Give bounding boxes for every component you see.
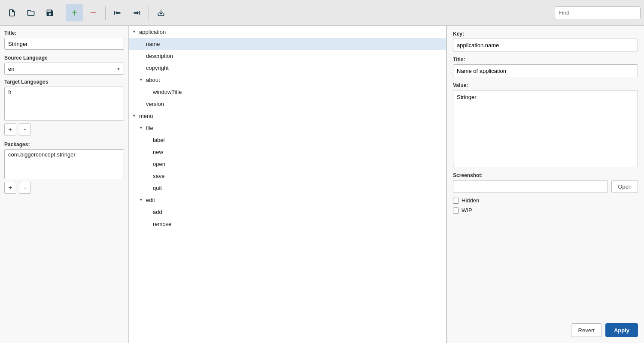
sep-1 bbox=[62, 6, 62, 20]
tree-item-name[interactable]: name bbox=[129, 38, 446, 50]
remove-pkg-button[interactable]: - bbox=[19, 182, 31, 194]
detail-panel: Key: Title: Value: Stringer Screenshot: … bbox=[447, 26, 644, 343]
target-lang-item-fr: fr bbox=[8, 89, 120, 95]
value-label: Value: bbox=[453, 82, 638, 88]
detail-title-input[interactable] bbox=[453, 64, 638, 77]
open-screenshot-button[interactable]: Open bbox=[611, 180, 638, 193]
add-item-button[interactable] bbox=[66, 4, 83, 21]
tree-item-quit[interactable]: quit bbox=[129, 182, 446, 194]
tree-item-remove[interactable]: remove bbox=[129, 218, 446, 230]
tree-toggle-menu[interactable]: ▼ bbox=[132, 114, 139, 118]
hidden-label: Hidden bbox=[462, 197, 479, 204]
main-layout: Title: Source Language en fr de es ▼ Tar… bbox=[0, 26, 644, 343]
tree-item-menu[interactable]: ▼menu bbox=[129, 110, 446, 122]
wip-checkbox[interactable] bbox=[453, 208, 459, 214]
tree-item-save[interactable]: save bbox=[129, 170, 446, 182]
tree-item-edit[interactable]: ▼edit bbox=[129, 194, 446, 206]
key-label: Key: bbox=[453, 31, 638, 37]
hidden-checkbox[interactable] bbox=[453, 198, 459, 204]
wip-label: WIP bbox=[462, 207, 472, 214]
tree-label-menu: menu bbox=[139, 113, 153, 119]
tree-label-open: open bbox=[153, 161, 165, 167]
screenshot-label: Screenshot: bbox=[453, 172, 638, 178]
tree-label-about: about bbox=[146, 77, 160, 83]
value-textarea[interactable]: Stringer bbox=[453, 90, 638, 167]
tree-label-quit: quit bbox=[153, 185, 162, 191]
title-input[interactable] bbox=[4, 38, 124, 50]
sep-3 bbox=[149, 6, 149, 20]
add-pkg-button[interactable]: + bbox=[4, 182, 16, 194]
tree-label-add: add bbox=[153, 209, 162, 215]
detail-footer: Revert Apply bbox=[571, 323, 638, 337]
tree-label-label: label bbox=[153, 137, 164, 143]
tree-panel: ▼applicationnamedescriptioncopyright▼abo… bbox=[129, 26, 447, 343]
remove-item-button[interactable] bbox=[85, 4, 102, 21]
tree-item-open[interactable]: open bbox=[129, 158, 446, 170]
target-languages-box[interactable]: fr bbox=[4, 87, 124, 121]
tree-label-windowTitle: windowTitle bbox=[153, 89, 182, 95]
tree-label-edit: edit bbox=[146, 197, 155, 203]
tree-item-add[interactable]: add bbox=[129, 206, 446, 218]
title-label: Title: bbox=[4, 30, 124, 36]
package-item: com.biggerconcept.stringer bbox=[8, 151, 120, 158]
indent-left-button[interactable] bbox=[109, 4, 126, 21]
pkg-btn-row: + - bbox=[4, 182, 124, 194]
new-file-button[interactable] bbox=[3, 4, 21, 21]
find-input[interactable] bbox=[555, 6, 641, 19]
lang-btn-row: + - bbox=[4, 123, 124, 135]
wip-row: WIP bbox=[453, 207, 638, 214]
tree-label-application: application bbox=[139, 29, 166, 35]
source-language-select[interactable]: en fr de es bbox=[4, 63, 124, 75]
tree-label-name: name bbox=[146, 41, 160, 47]
remove-lang-button[interactable]: - bbox=[19, 123, 31, 135]
tree-item-application[interactable]: ▼application bbox=[129, 26, 446, 38]
apply-button[interactable]: Apply bbox=[605, 323, 638, 337]
indent-right-button[interactable] bbox=[128, 4, 145, 21]
target-languages-label: Target Languages bbox=[4, 79, 124, 85]
tree-label-remove: remove bbox=[153, 221, 171, 227]
revert-button[interactable]: Revert bbox=[571, 323, 602, 337]
packages-label: Packages: bbox=[4, 141, 124, 147]
save-button[interactable] bbox=[41, 4, 58, 21]
left-panel: Title: Source Language en fr de es ▼ Tar… bbox=[0, 26, 129, 343]
tree-toggle-edit[interactable]: ▼ bbox=[139, 198, 146, 202]
source-language-wrapper: en fr de es ▼ bbox=[4, 63, 124, 75]
tree-label-version: version bbox=[146, 101, 164, 107]
tree-label-new: new bbox=[153, 149, 163, 155]
toolbar bbox=[0, 0, 644, 26]
tree-item-file[interactable]: ▼file bbox=[129, 122, 446, 134]
tree-label-save: save bbox=[153, 173, 164, 179]
screenshot-input[interactable] bbox=[453, 180, 608, 193]
tree-item-description[interactable]: description bbox=[129, 50, 446, 62]
tree-item-windowTitle[interactable]: windowTitle bbox=[129, 86, 446, 98]
tree-item-label[interactable]: label bbox=[129, 134, 446, 146]
sep-2 bbox=[105, 6, 106, 20]
tree-toggle-application[interactable]: ▼ bbox=[132, 30, 139, 34]
key-input[interactable] bbox=[453, 39, 638, 51]
tree-item-about[interactable]: ▼about bbox=[129, 74, 446, 86]
detail-title-label: Title: bbox=[453, 57, 638, 63]
export-button[interactable] bbox=[152, 4, 170, 21]
open-file-button[interactable] bbox=[22, 4, 39, 21]
tree-item-copyright[interactable]: copyright bbox=[129, 62, 446, 74]
hidden-row: Hidden bbox=[453, 197, 638, 204]
tree-label-file: file bbox=[146, 125, 153, 131]
tree-toggle-about[interactable]: ▼ bbox=[139, 78, 146, 82]
add-lang-button[interactable]: + bbox=[4, 123, 16, 135]
screenshot-row: Open bbox=[453, 180, 638, 193]
tree-label-copyright: copyright bbox=[146, 65, 169, 71]
tree-item-version[interactable]: version bbox=[129, 98, 446, 110]
source-language-label: Source Language bbox=[4, 55, 124, 61]
tree-item-new[interactable]: new bbox=[129, 146, 446, 158]
tree-toggle-file[interactable]: ▼ bbox=[139, 126, 146, 130]
tree-label-description: description bbox=[146, 53, 173, 59]
packages-box[interactable]: com.biggerconcept.stringer bbox=[4, 149, 124, 179]
